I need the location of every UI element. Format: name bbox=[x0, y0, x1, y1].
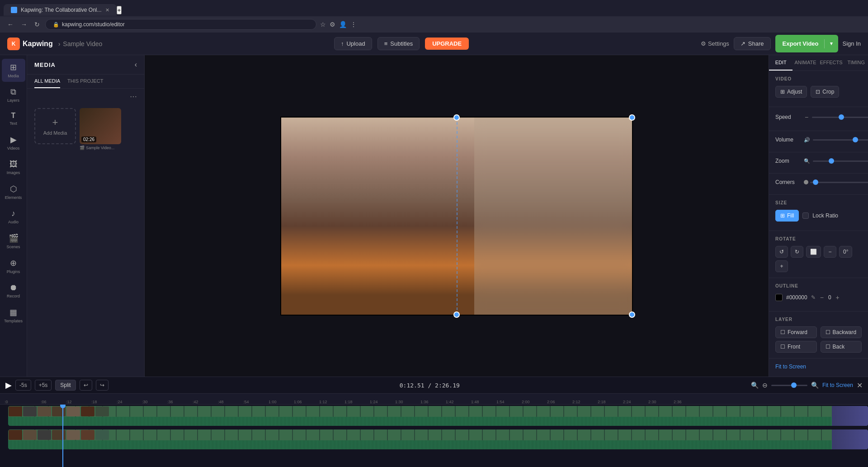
extensions-button[interactable]: ⚙ bbox=[330, 21, 335, 28]
profile-button[interactable]: 👤 bbox=[339, 21, 347, 28]
timeline-tracks[interactable] bbox=[0, 405, 868, 467]
subtitles-icon: ≡ bbox=[384, 40, 388, 47]
subtitles-button[interactable]: ≡ Subtitles bbox=[377, 37, 420, 50]
browser-tab[interactable]: Kapwing: The Collaborative Onl... ✕ bbox=[4, 4, 117, 16]
forward-button[interactable]: ☐ Forward bbox=[775, 326, 817, 338]
tab-effects[interactable]: EFFECTS bbox=[818, 55, 844, 71]
crop-button[interactable]: ⊡ Crop bbox=[811, 86, 839, 98]
sidebar-item-videos[interactable]: ▶ Videos bbox=[2, 131, 25, 154]
sidebar-item-record[interactable]: ⏺ Record bbox=[2, 279, 25, 302]
volume-label: Volume bbox=[775, 137, 800, 143]
share-button[interactable]: ↗ Share bbox=[734, 37, 771, 50]
zoom-slider[interactable] bbox=[813, 160, 868, 162]
timeline-close-button[interactable]: ✕ bbox=[857, 381, 863, 390]
refresh-button[interactable]: ↻ bbox=[33, 19, 42, 30]
tab-close[interactable]: ✕ bbox=[105, 7, 109, 13]
sidebar-item-scenes[interactable]: 🎬 Scenes bbox=[2, 230, 25, 253]
corners-section: Corners bbox=[769, 174, 868, 195]
media-tab-project[interactable]: THIS PROJECT bbox=[67, 75, 103, 88]
sidebar-item-audio[interactable]: ♪ Audio bbox=[2, 205, 25, 228]
forward-button[interactable]: → bbox=[19, 19, 29, 30]
sidebar-label-images: Images bbox=[7, 170, 20, 175]
more-button[interactable]: ⋯ bbox=[130, 92, 137, 101]
sidebar-item-plugins[interactable]: ⊕ Plugins bbox=[2, 255, 25, 278]
track-1 bbox=[8, 405, 868, 427]
speed-decrease[interactable]: − bbox=[804, 113, 809, 122]
outline-color-swatch[interactable] bbox=[775, 294, 783, 301]
media-panel-tabs: ALL MEDIA THIS PROJECT bbox=[27, 75, 144, 89]
rotate-cw-button[interactable]: ↻ bbox=[791, 246, 803, 258]
front-button[interactable]: ☐ Front bbox=[775, 341, 817, 353]
rotate-value[interactable]: 0° bbox=[839, 246, 852, 258]
redo-button[interactable]: ↪ bbox=[96, 380, 108, 391]
undo-button[interactable]: ↩ bbox=[80, 380, 92, 391]
speed-slider[interactable] bbox=[812, 117, 868, 118]
sidebar-item-templates[interactable]: ▦ Templates bbox=[2, 304, 25, 327]
handle-top-right[interactable] bbox=[629, 114, 635, 121]
zoom-search-icon[interactable]: 🔍 bbox=[811, 382, 819, 389]
zoom-out-icon[interactable]: ⊖ bbox=[762, 382, 768, 389]
fill-button[interactable]: ⊞ Fill bbox=[775, 210, 799, 222]
skip-back-button[interactable]: -5s bbox=[15, 380, 31, 391]
media-panel-close[interactable]: ‹ bbox=[135, 61, 137, 69]
sidebar-item-media[interactable]: ⊞ Media bbox=[2, 59, 25, 82]
skip-forward-button[interactable]: +5s bbox=[35, 380, 52, 391]
lock-ratio-checkbox[interactable] bbox=[802, 212, 809, 219]
media-tab-all[interactable]: ALL MEDIA bbox=[34, 75, 60, 88]
settings-button[interactable]: ⚙ Settings bbox=[701, 40, 729, 47]
sidebar-item-layers[interactable]: ⧉ Layers bbox=[2, 84, 25, 106]
new-tab-button[interactable]: + bbox=[117, 6, 122, 14]
handle-bottom-right[interactable] bbox=[629, 311, 635, 318]
upload-button[interactable]: ↑ Upload bbox=[334, 37, 372, 50]
tab-timing[interactable]: TIMING bbox=[844, 55, 868, 71]
media-icon: ⊞ bbox=[10, 62, 17, 72]
ruler-mark-224: 2:24 bbox=[623, 400, 631, 404]
upgrade-button[interactable]: UPGRADE bbox=[425, 38, 469, 50]
rotate-minus-button[interactable]: − bbox=[824, 246, 836, 258]
sidebar-item-elements[interactable]: ⬡ Elements bbox=[2, 180, 25, 203]
zoom-in-icon[interactable]: 🔍 bbox=[751, 382, 759, 389]
adjust-button[interactable]: ⊞ Adjust bbox=[775, 86, 807, 98]
track-1-content[interactable] bbox=[8, 406, 868, 426]
tab-edit[interactable]: EDIT bbox=[769, 55, 793, 71]
zoom-level-slider[interactable] bbox=[771, 385, 807, 386]
outline-edit-button[interactable]: ✎ bbox=[811, 294, 816, 301]
media-thumbnail[interactable]: 02:26 bbox=[80, 108, 121, 144]
lock-ratio-row: Lock Ratio bbox=[802, 212, 838, 219]
backward-button[interactable]: ☐ Backward bbox=[821, 326, 862, 338]
track-2-content[interactable] bbox=[8, 429, 868, 449]
ruler-mark-130: 1:30 bbox=[395, 400, 403, 404]
back-button[interactable]: ☐ Back bbox=[821, 341, 862, 353]
fit-screen-timeline-button[interactable]: Fit to Screen bbox=[822, 382, 853, 388]
tab-animate[interactable]: ANIMATE bbox=[793, 55, 818, 71]
ruler-mark-12: :12 bbox=[66, 400, 72, 404]
menu-button[interactable]: ⋮ bbox=[350, 21, 357, 28]
export-arrow-icon[interactable]: ▾ bbox=[825, 38, 838, 49]
split-button[interactable]: Split bbox=[55, 380, 75, 391]
outline-increase[interactable]: + bbox=[835, 293, 840, 302]
sidebar-item-text[interactable]: T Text bbox=[2, 108, 25, 129]
sidebar-item-images[interactable]: 🖼 Images bbox=[2, 156, 25, 179]
flip-h-button[interactable]: ⬜ bbox=[806, 246, 821, 258]
back-button[interactable]: ← bbox=[5, 19, 15, 30]
templates-icon: ▦ bbox=[9, 307, 17, 317]
outline-decrease[interactable]: − bbox=[819, 293, 825, 302]
ruler-mark-42: :42 bbox=[193, 400, 198, 404]
add-media-button[interactable]: + Add Media bbox=[34, 108, 76, 144]
rotate-plus-button[interactable]: + bbox=[775, 260, 788, 272]
bookmark-button[interactable]: ☆ bbox=[320, 21, 326, 28]
play-button[interactable]: ▶ bbox=[5, 380, 12, 390]
handle-top-center[interactable] bbox=[453, 114, 460, 121]
fit-to-screen-button[interactable]: Fit to Screen bbox=[775, 363, 806, 370]
handle-bottom-center[interactable] bbox=[453, 311, 460, 318]
fit-screen-section: Fit to Screen bbox=[769, 359, 868, 374]
video-section-title: VIDEO bbox=[775, 76, 862, 81]
rotate-section: ROTATE ↺ ↻ ⬜ − 0° + bbox=[769, 231, 868, 278]
corners-slider[interactable] bbox=[810, 182, 868, 183]
volume-slider[interactable] bbox=[813, 139, 868, 141]
rotate-ccw-button[interactable]: ↺ bbox=[775, 246, 788, 258]
signin-button[interactable]: Sign In bbox=[843, 40, 861, 47]
media-panel: MEDIA ‹ ALL MEDIA THIS PROJECT ⋯ + Add M… bbox=[27, 55, 145, 377]
address-bar[interactable]: 🔒 kapwing.com/studio/editor bbox=[45, 19, 316, 30]
export-button[interactable]: Export Video ▾ bbox=[775, 35, 838, 52]
